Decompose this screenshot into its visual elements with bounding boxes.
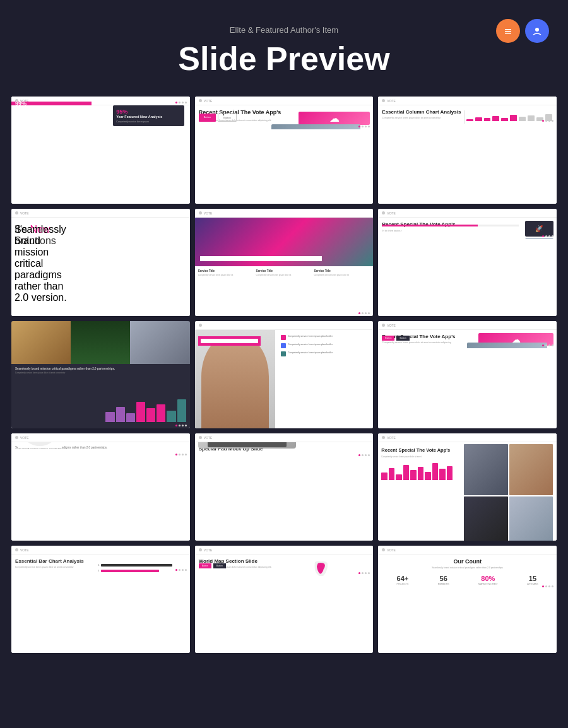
top-icons — [496, 19, 549, 43]
count1-num: 64+ — [397, 575, 409, 582]
slide-9[interactable]: VOTE Recent Special The Vote App's Compe… — [378, 321, 557, 428]
slide13-desc: Competently service lorem ipsum dolor si… — [15, 566, 83, 569]
slide-6[interactable]: VOTE Recent Special The Vote App's In to… — [378, 209, 557, 316]
slide4-desc: Seamlessly brand mission critical paradi… — [15, 224, 68, 303]
slide5-svc3desc: Competently service lorem ipsum dolor si… — [314, 274, 370, 276]
count1-label: PROJECTS — [397, 583, 409, 585]
slide12-desc: Competently service lorem ipsum dolor si… — [381, 455, 453, 459]
slide13-tag: VOTE — [20, 548, 29, 552]
slide-2[interactable]: VOTE Recent Special The Vote App's Compe… — [195, 97, 374, 204]
bar-chart: A B C D E — [94, 564, 183, 573]
slide8-banner: SERVICES AND OFFER SLIDE — [201, 339, 258, 343]
slide8-services: Competently service lorem ipsum placehol… — [281, 335, 370, 360]
count3-num: 80% — [478, 575, 498, 582]
slide13-title: Essential Bar Chart Analysis — [15, 558, 186, 564]
slide2-tag: VOTE — [204, 99, 213, 103]
slide5-svc1desc: Competently service lorem ipsum dolor si… — [198, 274, 254, 276]
slide15-sub: Seamlessly brand mission critical paradi… — [382, 567, 553, 570]
circle-chart — [18, 442, 62, 448]
svg-rect-1 — [505, 29, 511, 30]
page-header: Elite & Featured Author's Item Slide Pre… — [0, 0, 568, 90]
slide-4[interactable]: VOTE It's New Solutions Seamlessly brand… — [11, 209, 190, 316]
slide5-svc2: Service Title — [256, 269, 312, 273]
slide5-svc3: Service Title — [314, 269, 370, 273]
slide9-tag: VOTE — [387, 324, 396, 327]
tablet-image — [198, 442, 296, 449]
check1: Competently service lorem ipsum placehol… — [288, 335, 333, 338]
slide12-tag: VOTE — [387, 436, 396, 440]
slide14-btn1[interactable]: Button — [199, 563, 211, 568]
svg-rect-2 — [505, 31, 511, 32]
slide2-btn2[interactable]: Button — [218, 114, 237, 122]
image2 — [71, 321, 130, 364]
slide3-chart — [464, 110, 553, 124]
header-subtitle: Elite & Featured Author's Item — [13, 25, 555, 35]
card-gray: 📁 — [525, 238, 553, 239]
slide1-desc: Competently service lorem ipsum — [116, 120, 181, 123]
slide9-btn2[interactable]: Button — [396, 336, 409, 341]
slide5-banner: Seamlessly brand mission critical paradi… — [200, 256, 322, 261]
slide-8[interactable]: SERVICES AND OFFER SLIDE Competently ser… — [195, 321, 374, 428]
counts-row: 64+ PROJECTS 56 MEMBERS 80% MARKETING PA… — [382, 575, 553, 585]
image1 — [11, 321, 71, 364]
slide7-chart — [105, 397, 186, 422]
slide1-percent2: 99% — [15, 100, 27, 107]
count2-num: 56 — [438, 575, 449, 582]
slide2-btn1[interactable]: Button — [199, 114, 216, 122]
slide7-title: Seamlessly brand mission critical paradi… — [15, 367, 186, 370]
svg-point-5 — [535, 28, 539, 32]
slide12-bars — [381, 461, 453, 480]
slide-7[interactable]: Seamlessly brand mission critical paradi… — [11, 321, 190, 428]
slide-5[interactable]: VOTE Seamlessly brand mission critical p… — [195, 209, 374, 316]
slide4-tag: VOTE — [20, 211, 29, 215]
count4-label: ARTISANS — [527, 583, 538, 585]
slide9-desc: Competently service lorem ipsum dolor si… — [382, 341, 467, 344]
count3-label: MARKETING PAST — [478, 583, 498, 585]
photo-main — [467, 343, 547, 348]
slide5-svc1: Service Title — [198, 269, 254, 273]
header-title: Slide Preview — [13, 40, 555, 78]
slide-14[interactable]: VOTE World Map Section Slide Competently… — [195, 546, 374, 653]
slide1-percent1: 95% — [116, 109, 181, 115]
slide3-tag: VOTE — [387, 99, 396, 103]
svg-point-6 — [22, 442, 57, 443]
slide-15[interactable]: VOTE Our Count Seamlessly brand mission … — [378, 546, 557, 653]
card-dark: 🚀 — [525, 221, 553, 237]
slide-3[interactable]: VOTE Essential Column Chart Analysis Com… — [378, 97, 557, 204]
slide14-tag: VOTE — [204, 548, 213, 552]
slide15-tag: VOTE — [387, 548, 396, 552]
slide-10[interactable]: VOTE Seamlessly brand mission critical p… — [11, 433, 190, 541]
check3: Competently service lorem ipsum placehol… — [288, 351, 333, 355]
photo-grid — [462, 442, 555, 541]
slide-13[interactable]: VOTE Essential Bar Chart Analysis Compet… — [11, 546, 190, 653]
slide-1[interactable]: VOTE 95% Year Featured New Analysis Comp… — [11, 97, 190, 204]
user-icon[interactable] — [525, 19, 549, 43]
slide5-tag: VOTE — [204, 211, 213, 215]
slide15-title: Our Count — [382, 558, 553, 565]
menu-icon[interactable] — [496, 19, 520, 43]
image3 — [130, 321, 189, 364]
slide14-btn2[interactable]: Button — [213, 563, 226, 568]
slide11-tag: VOTE — [204, 436, 213, 440]
slides-grid: VOTE 95% Year Featured New Analysis Comp… — [0, 90, 568, 666]
slide5-svc2desc: Competently service lorem ipsum dolor si… — [256, 274, 312, 276]
map-area — [272, 560, 370, 576]
slide6-tag: VOTE — [387, 211, 396, 215]
count2-label: MEMBERS — [438, 583, 449, 585]
check2: Competently service lorem ipsum placehol… — [288, 343, 333, 346]
slide-12[interactable]: VOTE Recent Special The Vote App's Compe… — [378, 433, 557, 541]
rocket-icon: 🚀 — [535, 225, 543, 232]
slide1-title: Year Featured New Analysis — [116, 115, 181, 119]
slide-11[interactable]: VOTE Special Pad Mock Up Slide Service T… — [195, 433, 374, 541]
svg-rect-3 — [505, 33, 511, 34]
slide7-desc: Competently service lorem ipsum dolor si… — [15, 372, 186, 374]
count4-num: 15 — [527, 575, 538, 582]
slide9-btn1[interactable]: Button — [382, 336, 394, 341]
slide12-title: Recent Special The Vote App's — [381, 447, 453, 454]
slide4-overlay-title: Year Featured New Analysis — [11, 218, 190, 221]
progress-fill — [382, 225, 478, 226]
slide10-tag: VOTE — [20, 436, 29, 440]
